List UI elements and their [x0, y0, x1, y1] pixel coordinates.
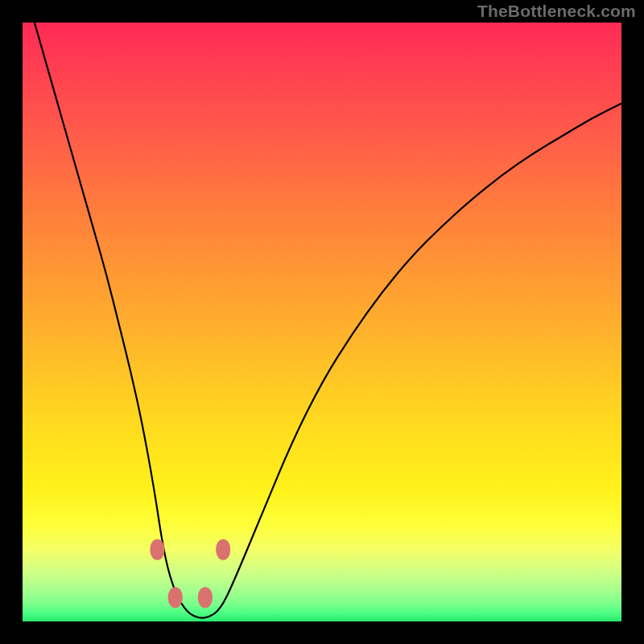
- marker-group: [150, 539, 230, 609]
- curve-marker: [150, 539, 164, 560]
- chart-frame: TheBottleneck.com: [0, 0, 644, 644]
- curve-marker: [168, 587, 183, 608]
- attribution-text: TheBottleneck.com: [477, 2, 636, 21]
- curve-marker: [216, 539, 230, 560]
- bottleneck-curve: [35, 23, 621, 618]
- curve-marker: [198, 587, 213, 608]
- plot-area: [23, 23, 621, 621]
- curve-svg: [23, 23, 621, 621]
